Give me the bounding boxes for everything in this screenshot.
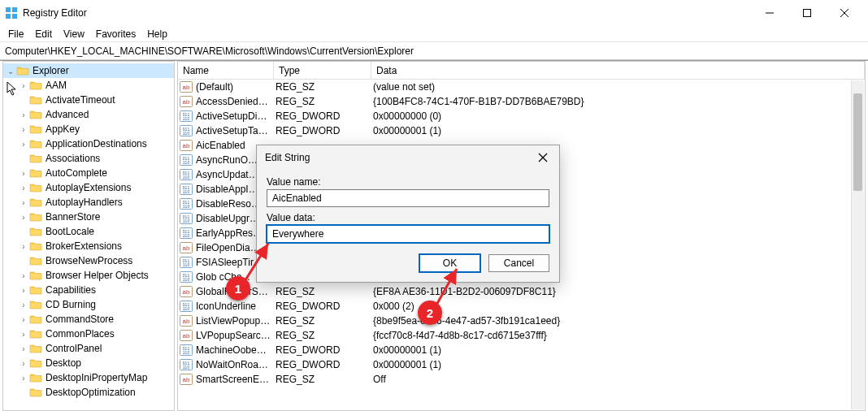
tree-item[interactable]: ›DesktopIniPropertyMap [3,370,174,385]
value-row[interactable]: abLVPopupSearch...REG_SZ{fccf70c8-f4d7-4… [178,328,865,343]
reg-sz-icon: ab [180,242,193,253]
chevron-right-icon[interactable]: › [18,184,29,193]
column-data[interactable]: Data [371,62,865,79]
chevron-right-icon[interactable]: › [18,198,29,207]
chevron-right-icon[interactable]: › [18,271,29,280]
tree-item[interactable]: ›Desktop [3,356,174,370]
tree-item[interactable]: ›Capabilities [3,283,174,297]
menu-favorites[interactable]: Favorites [96,28,136,40]
tree-item-label: ActivateTimeout [46,94,115,106]
svg-text:110: 110 [183,306,190,311]
value-type: REG_DWORD [271,125,368,136]
column-type[interactable]: Type [274,62,371,79]
tree-item-label: Advanced [46,109,89,120]
tree-item[interactable]: Associations [3,151,174,166]
tree-item[interactable]: ›Browser Helper Objects [3,268,174,283]
close-button[interactable] [826,0,863,26]
tree-item-label: BootLocale [46,226,94,237]
column-headers[interactable]: Name Type Data [178,62,865,80]
annotation-step-1: 1 [226,276,250,301]
chevron-right-icon[interactable]: › [18,213,29,222]
menu-view[interactable]: View [63,28,85,40]
tree-item[interactable]: DesktopOptimization [3,385,174,400]
tree-item[interactable]: ›AAM [3,78,174,93]
svg-text:ab: ab [183,376,190,383]
svg-rect-1 [12,7,17,12]
value-row[interactable]: 011110IconUnderlineREG_DWORD0x000 (2) [178,299,865,314]
reg-dword-icon: 011110 [180,359,193,370]
value-row[interactable]: 011110ActiveSetupDisa...REG_DWORD0x00000… [178,109,865,123]
chevron-right-icon[interactable]: › [18,169,29,178]
tree-item[interactable]: ›CommonPlaces [3,327,174,341]
tree-item-explorer[interactable]: ⌄Explorer [3,63,174,78]
reg-dword-icon: 011110 [180,344,193,356]
tree-item[interactable]: BrowseNewProcess [3,253,174,268]
tree-item[interactable]: ›ControlPanel [3,341,174,356]
chevron-right-icon[interactable]: › [18,81,29,90]
cancel-button[interactable]: Cancel [488,254,549,272]
tree-item[interactable]: ›AppKey [3,122,174,136]
maximize-button[interactable] [788,0,826,26]
value-row[interactable]: 011110NoWaitOnRoam...REG_DWORD0x00000001… [178,357,865,372]
tree-pane[interactable]: ⌄Explorer›AAMActivateTimeout›Advanced›Ap… [2,61,175,411]
chevron-right-icon[interactable]: › [18,125,29,134]
chevron-right-icon[interactable]: › [18,374,29,383]
chevron-right-icon[interactable]: › [18,330,29,339]
chevron-right-icon[interactable]: › [18,140,29,149]
chevron-right-icon[interactable]: › [18,315,29,324]
value-row[interactable]: abSmartScreenEna...REG_SZOff [178,372,865,387]
folder-icon [29,284,42,296]
reg-dword-icon: 011110 [180,227,193,239]
svg-text:110: 110 [183,189,190,194]
chevron-right-icon[interactable]: › [18,301,29,309]
tree-item-label: AutoplayHandlers [46,197,123,208]
value-name-input[interactable] [267,189,549,207]
tree-item[interactable]: ActivateTimeout [3,93,174,107]
value-row[interactable]: ab(Default)REG_SZ(value not set) [178,80,865,94]
value-row[interactable]: abAccessDeniedDi...REG_SZ{100B4FC8-74C1-… [178,94,865,109]
tree-item-label: DesktopIniPropertyMap [46,372,147,383]
tree-item[interactable]: BootLocale [3,224,174,239]
tree-item[interactable]: ›CommandStore [3,312,174,327]
value-name: (Default) [196,81,233,93]
chevron-down-icon[interactable]: ⌄ [5,67,16,76]
chevron-right-icon[interactable]: › [18,286,29,295]
tree-item-label: BrokerExtensions [46,240,122,252]
tree-item[interactable]: ›ApplicationDestinations [3,136,174,151]
dialog-close-button[interactable] [535,149,551,166]
chevron-right-icon[interactable]: › [18,359,29,368]
value-data: 0x00000000 (0) [368,110,865,122]
tree-item[interactable]: ›Advanced [3,107,174,122]
value-data-label: Value data: [267,212,549,223]
column-name[interactable]: Name [178,62,274,79]
tree-item[interactable]: ›BannerStore [3,210,174,224]
menu-file[interactable]: File [8,28,24,40]
dialog-title: Edit String [265,152,310,163]
value-data-input[interactable] [267,225,549,243]
tree-item[interactable]: ›AutoComplete [3,166,174,180]
chevron-right-icon[interactable]: › [18,344,29,353]
value-name: AsyncRunO… [196,154,258,166]
value-name: IconUnderline [196,301,256,312]
value-type: REG_DWORD [271,301,368,312]
menu-edit[interactable]: Edit [35,28,52,40]
reg-sz-icon: ab [180,96,193,107]
value-row[interactable]: abListViewPopupC...REG_SZ{8be9f5ea-e746-… [178,314,865,328]
scrollbar-thumb[interactable] [853,93,862,191]
chevron-right-icon[interactable]: › [18,110,29,119]
value-row[interactable]: 011110MachineOobeU...REG_DWORD0x00000001… [178,343,865,357]
minimize-button[interactable] [751,0,788,26]
tree-item[interactable]: ›BrokerExtensions [3,239,174,253]
tree-item-label: CommonPlaces [46,328,115,340]
chevron-right-icon[interactable]: › [18,242,29,251]
tree-item[interactable]: ›CD Burning [3,297,174,312]
tree-item[interactable]: ›AutoplayExtensions [3,180,174,195]
reg-dword-icon: 011110 [180,213,193,224]
value-name: DisableReso… [196,198,261,210]
tree-item[interactable]: ›AutoplayHandlers [3,195,174,210]
value-row[interactable]: 011110ActiveSetupTask...REG_DWORD0x00000… [178,123,865,138]
vertical-scrollbar[interactable] [851,80,864,409]
menu-help[interactable]: Help [147,28,167,40]
address-bar[interactable]: Computer\HKEY_LOCAL_MACHINE\SOFTWARE\Mic… [0,42,868,60]
value-row[interactable]: abGlobalFolderSett...REG_SZ{EF8A AE36-11… [178,284,865,299]
